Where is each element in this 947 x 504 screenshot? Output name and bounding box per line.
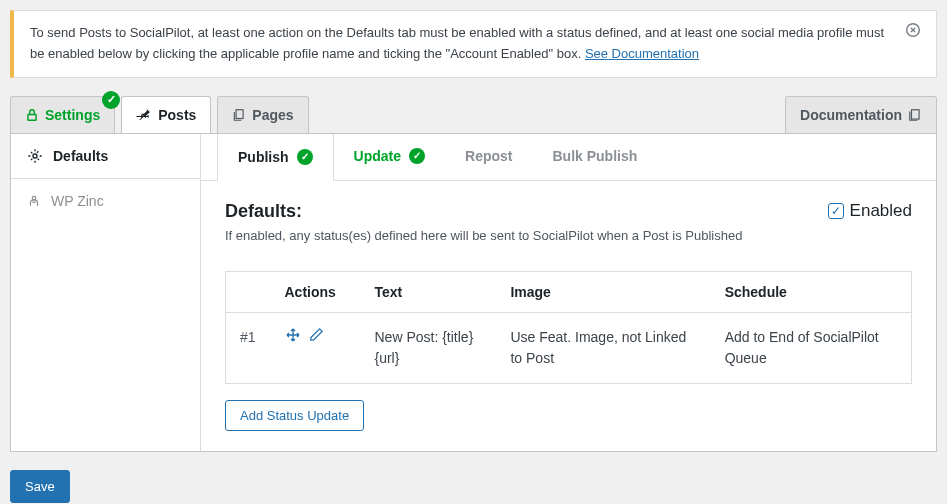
move-icon[interactable] [285,327,301,349]
th-text: Text [361,271,497,312]
check-icon: ✓ [297,149,313,165]
row-text: New Post: {title} {url} [361,312,497,383]
tab-posts-label: Posts [158,107,196,123]
svg-point-4 [33,154,37,158]
main-tabs: Settings ✓ Posts Pages Documentation [10,96,937,134]
check-badge-icon: ✓ [102,91,120,109]
sidebar-defaults-label: Defaults [53,148,108,164]
profile-icon [27,194,41,208]
svg-rect-2 [236,109,243,118]
notice-text: To send Posts to SocialPilot, at least o… [30,23,894,65]
defaults-heading: Defaults: [225,201,302,222]
tab-documentation[interactable]: Documentation [785,96,937,133]
save-button[interactable]: Save [10,470,70,503]
th-actions: Actions [271,271,361,312]
notice-message: To send Posts to SocialPilot, at least o… [30,25,884,61]
row-number: #1 [226,312,271,383]
status-table: Actions Text Image Schedule #1 [225,271,912,384]
settings-sidebar: Defaults WP Zinc [11,134,201,451]
subtabs: Publish ✓ Update ✓ Repost Bulk Publish [201,134,936,181]
subtab-update[interactable]: Update ✓ [334,134,445,180]
content-area: Publish ✓ Update ✓ Repost Bulk Publish D… [201,134,936,451]
book-icon [908,108,922,122]
th-schedule: Schedule [711,271,912,312]
tab-pages-label: Pages [252,107,293,123]
subtab-repost[interactable]: Repost [445,134,532,180]
svg-rect-1 [28,114,36,120]
pages-icon [232,108,246,122]
subtab-bulk-label: Bulk Publish [552,148,637,164]
row-schedule: Add to End of SocialPilot Queue [711,312,912,383]
add-status-button[interactable]: Add Status Update [225,400,364,431]
th-num [226,271,271,312]
tab-documentation-label: Documentation [800,107,902,123]
tab-posts[interactable]: Posts [121,96,211,133]
tab-settings[interactable]: Settings ✓ [10,96,115,133]
subtab-bulk-publish[interactable]: Bulk Publish [532,134,657,180]
gear-icon [27,148,43,164]
enabled-checkbox[interactable]: ✓ [828,203,844,219]
notice-doc-link[interactable]: See Documentation [585,46,699,61]
check-icon: ✓ [409,148,425,164]
tab-settings-label: Settings [45,107,100,123]
admin-notice: To send Posts to SocialPilot, at least o… [10,10,937,78]
sidebar-item-defaults[interactable]: Defaults [11,134,200,179]
sidebar-wpzinc-label: WP Zinc [51,193,104,209]
row-image: Use Feat. Image, not Linked to Post [496,312,710,383]
pin-icon [136,107,152,123]
tab-pages[interactable]: Pages [217,96,308,133]
th-image: Image [496,271,710,312]
subtab-repost-label: Repost [465,148,512,164]
sidebar-item-wpzinc[interactable]: WP Zinc [11,179,200,223]
subtab-publish-label: Publish [238,149,289,165]
settings-panel: Defaults WP Zinc Publish ✓ Update ✓ Repo… [10,134,937,452]
enabled-label: Enabled [850,201,912,221]
table-row: #1 New Post: {title} {url} [226,312,912,383]
enabled-toggle[interactable]: ✓ Enabled [828,201,912,221]
edit-icon[interactable] [309,327,324,349]
close-icon[interactable] [894,23,920,41]
defaults-description: If enabled, any status(es) defined here … [225,228,912,243]
lock-icon [25,108,39,122]
subtab-update-label: Update [354,148,401,164]
subtab-publish[interactable]: Publish ✓ [217,134,334,181]
svg-rect-3 [912,109,920,118]
